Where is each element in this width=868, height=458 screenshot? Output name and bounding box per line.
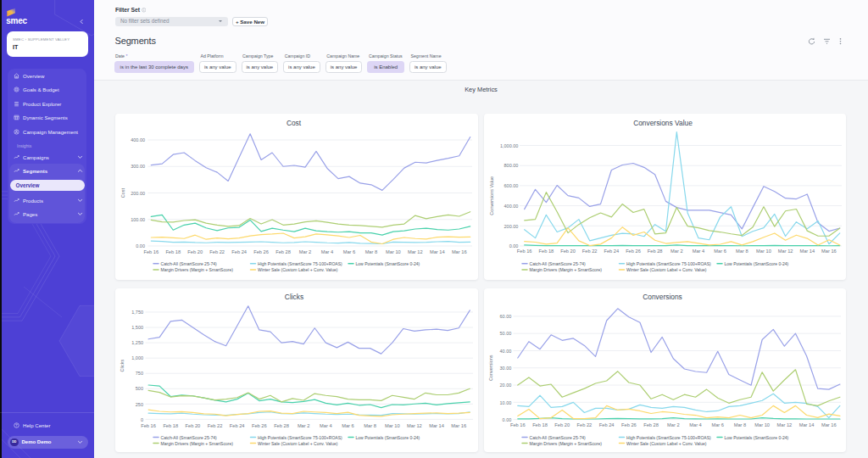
svg-text:Feb 28: Feb 28 — [643, 422, 659, 427]
svg-text:Mar 10: Mar 10 — [754, 422, 770, 427]
svg-text:30.00: 30.00 — [500, 366, 512, 371]
svg-text:Feb 26: Feb 26 — [253, 249, 269, 254]
svg-text:Feb 20: Feb 20 — [554, 422, 570, 427]
svg-text:Mar 2: Mar 2 — [667, 422, 680, 427]
svg-text:Feb 20: Feb 20 — [186, 423, 201, 428]
svg-text:Feb 22: Feb 22 — [209, 249, 225, 254]
svg-text:Mar 12: Mar 12 — [778, 249, 793, 254]
svg-text:Mar 12: Mar 12 — [407, 423, 422, 428]
svg-text:Mar 16: Mar 16 — [821, 422, 837, 427]
svg-text:Mar 10: Mar 10 — [386, 249, 401, 254]
svg-text:Feb 18: Feb 18 — [165, 249, 181, 254]
svg-text:Mar 16: Mar 16 — [452, 249, 467, 254]
svg-text:Mar 14: Mar 14 — [799, 249, 815, 254]
svg-text:Feb 18: Feb 18 — [163, 423, 178, 428]
svg-text:250: 250 — [136, 402, 143, 407]
svg-text:Clicks: Clicks — [285, 293, 303, 301]
svg-text:Winter Sale (Custom Label + Co: Winter Sale (Custom Label + Conv. Value) — [258, 267, 338, 272]
svg-text:Mar 2: Mar 2 — [298, 423, 310, 428]
svg-text:Mar 6: Mar 6 — [342, 423, 354, 428]
svg-text:1,750: 1,750 — [131, 310, 143, 315]
svg-text:High Potentials (SmartScore 75: High Potentials (SmartScore 75-100+ROAS) — [258, 435, 342, 440]
svg-text:Feb 16: Feb 16 — [141, 423, 156, 428]
svg-text:Conversions Value: Conversions Value — [633, 119, 693, 127]
svg-text:Margin Drivers (Margin + Smart: Margin Drivers (Margin + SmartScore) — [161, 441, 234, 446]
svg-text:Feb 26: Feb 26 — [621, 422, 637, 427]
svg-text:400.00: 400.00 — [131, 137, 145, 142]
svg-text:Mar 4: Mar 4 — [693, 249, 705, 254]
svg-text:1,000: 1,000 — [131, 355, 143, 360]
svg-text:500: 500 — [136, 386, 143, 391]
svg-text:Winter Sale (Custom Label + Co: Winter Sale (Custom Label + Conv. Value) — [626, 441, 707, 446]
svg-text:Feb 24: Feb 24 — [599, 422, 615, 427]
svg-text:Feb 24: Feb 24 — [230, 423, 245, 428]
svg-text:Cost: Cost — [287, 119, 302, 127]
svg-text:Cost: Cost — [120, 187, 125, 198]
svg-text:Feb 28: Feb 28 — [275, 249, 291, 254]
svg-text:20.00: 20.00 — [500, 383, 512, 388]
svg-text:Mar 8: Mar 8 — [734, 422, 747, 427]
svg-text:Low Potentials (SmartScore 0-2: Low Potentials (SmartScore 0-24) — [356, 435, 420, 440]
svg-text:Feb 28: Feb 28 — [648, 249, 663, 254]
svg-text:Low Potentials (SmartScore 0-2: Low Potentials (SmartScore 0-24) — [725, 261, 789, 266]
svg-text:Mar 8: Mar 8 — [736, 249, 748, 254]
svg-text:Mar 16: Mar 16 — [451, 423, 466, 428]
svg-text:Feb 28: Feb 28 — [274, 423, 289, 428]
svg-text:300.00: 300.00 — [131, 164, 145, 169]
svg-text:100.00: 100.00 — [131, 217, 145, 222]
svg-text:200.00: 200.00 — [504, 224, 519, 229]
svg-text:High Potentials (SmartScore 75: High Potentials (SmartScore 75-100+ROAS) — [626, 261, 711, 266]
svg-text:Feb 20: Feb 20 — [187, 249, 203, 254]
svg-text:Mar 14: Mar 14 — [429, 423, 444, 428]
svg-text:750: 750 — [136, 371, 143, 376]
svg-text:800.00: 800.00 — [504, 163, 519, 168]
svg-text:Feb 16: Feb 16 — [510, 422, 526, 427]
svg-text:Low Potentials (SmartScore 0-2: Low Potentials (SmartScore 0-24) — [725, 435, 789, 440]
svg-text:Feb 26: Feb 26 — [626, 249, 641, 254]
svg-text:Margin Drivers (Margin + Smart: Margin Drivers (Margin + SmartScore) — [161, 267, 234, 272]
svg-text:Catch-All (SmartScore 25-74): Catch-All (SmartScore 25-74) — [530, 261, 587, 266]
svg-text:Catch-All (SmartScore 25-74): Catch-All (SmartScore 25-74) — [161, 435, 218, 440]
svg-text:Feb 20: Feb 20 — [560, 249, 576, 254]
svg-text:Mar 10: Mar 10 — [756, 249, 771, 254]
svg-text:Catch-All (SmartScore 25-74): Catch-All (SmartScore 25-74) — [530, 435, 587, 440]
svg-text:Feb 24: Feb 24 — [604, 249, 619, 254]
svg-text:Winter Sale (Custom Label + Co: Winter Sale (Custom Label + Conv. Value) — [258, 441, 338, 446]
svg-text:1,500: 1,500 — [131, 325, 143, 330]
svg-text:Mar 2: Mar 2 — [670, 249, 683, 254]
svg-text:Margin Drivers (Margin + Smart: Margin Drivers (Margin + SmartScore) — [530, 267, 603, 272]
svg-text:Mar 14: Mar 14 — [799, 422, 815, 427]
svg-text:50.00: 50.00 — [500, 331, 512, 336]
svg-text:Mar 4: Mar 4 — [320, 423, 332, 428]
svg-text:Mar 6: Mar 6 — [711, 422, 724, 427]
svg-text:Mar 10: Mar 10 — [385, 423, 400, 428]
svg-text:High Potentials (SmartScore 75: High Potentials (SmartScore 75-100+ROAS) — [258, 261, 342, 266]
svg-text:60.00: 60.00 — [500, 314, 512, 319]
svg-text:Feb 24: Feb 24 — [231, 249, 247, 254]
svg-text:Mar 4: Mar 4 — [689, 422, 702, 427]
svg-text:1,000.00: 1,000.00 — [500, 143, 518, 148]
svg-text:Mar 12: Mar 12 — [777, 422, 793, 427]
svg-text:0.00: 0.00 — [136, 243, 145, 249]
svg-text:Mar 4: Mar 4 — [321, 249, 334, 254]
svg-text:Clicks: Clicks — [120, 360, 125, 372]
svg-text:Feb 26: Feb 26 — [252, 423, 267, 428]
svg-text:Mar 6: Mar 6 — [714, 249, 726, 254]
svg-text:Mar 6: Mar 6 — [343, 249, 356, 254]
svg-text:Feb 22: Feb 22 — [577, 422, 593, 427]
svg-text:Catch-All (SmartScore 25-74): Catch-All (SmartScore 25-74) — [161, 261, 218, 266]
svg-text:0.00: 0.00 — [509, 243, 519, 249]
svg-text:Conversions Value: Conversions Value — [489, 176, 494, 215]
svg-text:Feb 18: Feb 18 — [532, 422, 548, 427]
svg-text:Low Potentials (SmartScore 0-2: Low Potentials (SmartScore 0-24) — [356, 261, 420, 266]
svg-text:Conversions: Conversions — [643, 293, 682, 301]
svg-text:Mar 8: Mar 8 — [365, 249, 378, 254]
svg-text:Mar 14: Mar 14 — [430, 249, 445, 254]
svg-text:Feb 22: Feb 22 — [208, 423, 223, 428]
svg-text:10.00: 10.00 — [500, 400, 512, 405]
svg-text:1,250: 1,250 — [131, 340, 143, 345]
svg-text:Feb 16: Feb 16 — [143, 249, 159, 254]
svg-text:Mar 2: Mar 2 — [299, 249, 312, 254]
svg-text:0: 0 — [141, 417, 143, 422]
svg-text:Mar 12: Mar 12 — [408, 249, 423, 254]
